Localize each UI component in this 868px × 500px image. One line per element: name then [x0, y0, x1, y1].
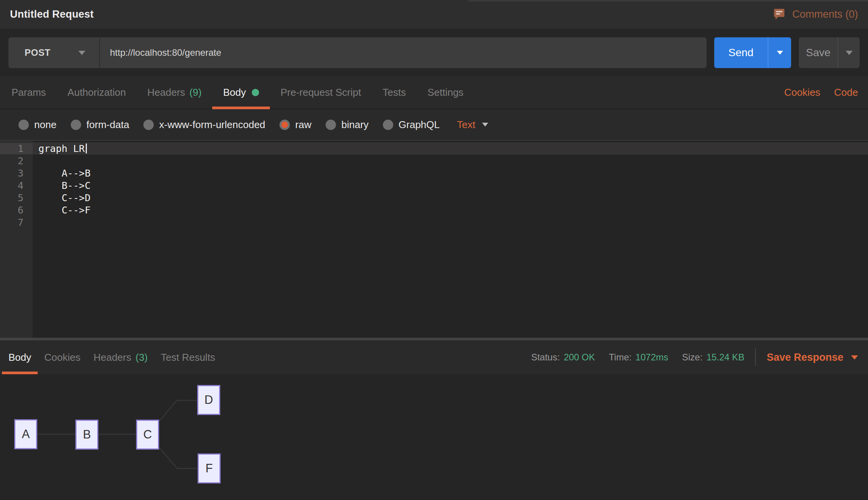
graph-node-c: C: [136, 420, 159, 450]
request-title-bar: Untitled Request Comments (0): [0, 0, 868, 29]
tab-label: Settings: [427, 87, 464, 98]
chevron-down-icon: [851, 355, 858, 360]
tab-headers[interactable]: Headers (9): [136, 76, 212, 108]
chevron-down-icon: [846, 51, 853, 55]
time-pair: Time: 1072ms: [609, 352, 668, 363]
comments-button[interactable]: Comments (0): [772, 8, 858, 22]
status-label: Status:: [531, 352, 560, 363]
editor-line[interactable]: 6 C-->F: [0, 204, 868, 216]
node-label: D: [205, 393, 213, 407]
tab-label: Cookies: [44, 352, 80, 363]
line-number: 7: [0, 217, 33, 228]
tab-authorization[interactable]: Authorization: [57, 76, 137, 108]
mode-binary[interactable]: binary: [326, 119, 369, 131]
edge-c-d: [160, 400, 197, 421]
editor-line[interactable]: 3 A-->B: [0, 167, 868, 179]
tab-body[interactable]: Body: [212, 76, 269, 108]
radio-icon: [18, 120, 29, 130]
radio-icon: [383, 120, 393, 130]
tab-settings[interactable]: Settings: [417, 76, 474, 108]
size-pair: Size: 15.24 KB: [682, 352, 744, 363]
response-body-panel: A B C D F: [0, 374, 868, 500]
code-text: B-->C: [38, 180, 90, 191]
page-title: Untitled Request: [10, 8, 94, 20]
save-options-button[interactable]: [838, 37, 860, 68]
node-label: F: [206, 462, 213, 475]
tab-label: Test Results: [161, 352, 215, 363]
editor-line[interactable]: 2: [0, 155, 868, 167]
edge-c-f: [160, 448, 198, 468]
raw-body-editor[interactable]: 1 graph LR 2 3 A-->B 4 B-->C 5 C-->D 6 C…: [0, 140, 868, 338]
save-button[interactable]: Save: [799, 37, 838, 68]
node-label: A: [22, 427, 30, 441]
mode-none[interactable]: none: [18, 119, 57, 131]
url-input[interactable]: [100, 37, 707, 68]
tab-params[interactable]: Params: [1, 76, 57, 108]
comments-label: Comments (0): [792, 8, 858, 20]
graph-node-a: A: [14, 419, 37, 449]
editor-line[interactable]: 4 B-->C: [0, 179, 868, 192]
status-pair: Status: 200 OK: [531, 352, 595, 363]
response-meta: Status: 200 OK Time: 1072ms Size: 15.24 …: [517, 340, 858, 374]
tabs-right-links: Cookies Code: [784, 76, 858, 108]
size-label: Size:: [682, 352, 702, 363]
headers-count-badge: (9): [190, 87, 202, 98]
editor-line[interactable]: 7: [0, 216, 868, 228]
graph-node-b: B: [75, 420, 98, 450]
tab-pre-request-script[interactable]: Pre-request Script: [270, 76, 372, 108]
time-label: Time:: [609, 352, 632, 363]
format-label: Text: [457, 119, 476, 131]
pane-resize-handle[interactable]: [0, 338, 868, 340]
mode-raw[interactable]: raw: [279, 119, 311, 131]
editor-line[interactable]: 1 graph LR: [0, 142, 868, 155]
tab-label: Body: [223, 87, 246, 98]
time-value: 1072ms: [635, 352, 668, 363]
chevron-down-icon: [482, 123, 488, 127]
save-response-button[interactable]: Save Response: [767, 352, 858, 363]
request-url-row: POST Send Save: [0, 29, 868, 76]
line-number: 2: [0, 155, 33, 167]
mode-label: none: [34, 119, 57, 131]
vertical-divider: [755, 348, 756, 366]
code-text: A-->B: [38, 168, 90, 179]
comment-icon: [772, 8, 786, 22]
text-cursor: [86, 143, 87, 153]
tab-label: Tests: [382, 87, 406, 98]
mode-label: binary: [341, 119, 369, 131]
response-tab-headers[interactable]: Headers (3): [87, 340, 154, 374]
send-label: Send: [728, 47, 753, 59]
graph-node-f: F: [198, 453, 221, 483]
line-number: 6: [0, 205, 33, 216]
tab-tests[interactable]: Tests: [372, 76, 417, 108]
code-link[interactable]: Code: [834, 87, 858, 98]
code-text: graph LR: [38, 143, 85, 154]
mode-graphql[interactable]: GraphQL: [383, 119, 440, 131]
raw-format-select[interactable]: Text: [457, 119, 489, 131]
graph-edges: [0, 374, 868, 500]
radio-icon: [143, 120, 154, 130]
tab-label: Params: [12, 87, 46, 98]
tab-label: Authorization: [68, 87, 126, 98]
body-modified-dot: [252, 89, 259, 96]
save-label: Save: [806, 47, 831, 59]
cookies-link[interactable]: Cookies: [784, 87, 820, 98]
method-label: POST: [25, 47, 50, 58]
mode-x-www-form-urlencoded[interactable]: x-www-form-urlencoded: [143, 119, 265, 131]
editor-line[interactable]: 5 C-->D: [0, 192, 868, 204]
method-select[interactable]: POST: [8, 37, 100, 68]
response-tab-cookies[interactable]: Cookies: [38, 340, 87, 374]
save-response-label: Save Response: [767, 352, 843, 363]
mode-label: form-data: [86, 119, 129, 131]
mode-label: x-www-form-urlencoded: [159, 119, 265, 131]
tab-label: Pre-request Script: [281, 87, 361, 98]
response-tab-test-results[interactable]: Test Results: [154, 340, 222, 374]
scroll-strip: [468, 0, 868, 2]
send-button-group: Send: [714, 37, 791, 68]
request-tabs: Params Authorization Headers (9) Body Pr…: [0, 76, 868, 109]
response-tab-body[interactable]: Body: [2, 340, 38, 374]
mode-form-data[interactable]: form-data: [71, 119, 129, 131]
tab-label: Headers: [147, 87, 185, 98]
send-options-button[interactable]: [768, 37, 791, 68]
tab-label: Body: [8, 352, 31, 363]
send-button[interactable]: Send: [714, 37, 768, 68]
